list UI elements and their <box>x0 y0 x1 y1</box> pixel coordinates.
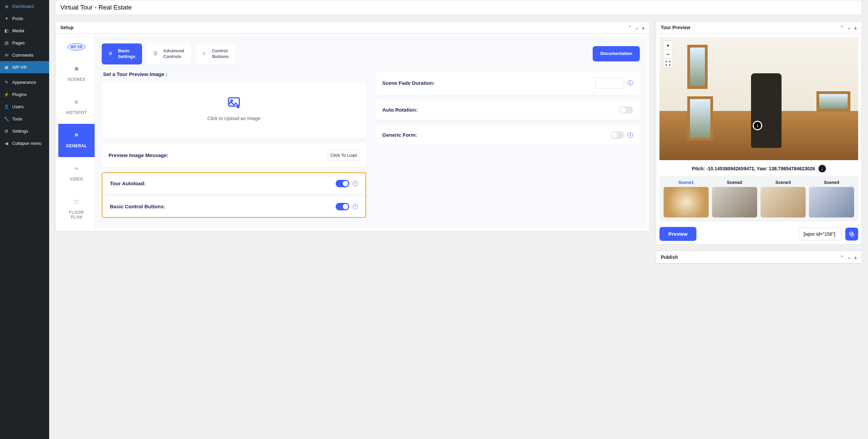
thumbnail-image <box>761 187 806 217</box>
tour-preview-panel: Tour Preview ⌃ ⌄ ▴ <box>656 21 862 245</box>
publish-panel: Publish ⌃ ⌄ ▴ <box>656 251 862 264</box>
scene-thumb-4[interactable]: Scene4 <box>809 180 854 217</box>
preview-panel-title: Tour Preview <box>661 25 690 30</box>
adjust-icon: ≡ <box>202 51 209 57</box>
download-coords-button[interactable]: ↓ <box>818 165 826 172</box>
upload-preview-image[interactable]: Click to Upload an Image <box>102 82 366 138</box>
autoload-row: Tour Autoload: i <box>103 174 365 193</box>
panorama-viewport[interactable]: i + − ⛶ <box>659 37 858 160</box>
preview-button[interactable]: Preview <box>659 227 696 241</box>
caret-down-icon[interactable]: ⌄ <box>847 255 851 260</box>
sidebar-item-comments[interactable]: ✉Comments <box>0 49 49 61</box>
thumbnail-image <box>712 187 757 217</box>
scene-thumb-2[interactable]: Scene2 <box>712 180 757 217</box>
autorotation-toggle[interactable] <box>619 106 633 114</box>
sidebar-item-pages[interactable]: ▤Pages <box>0 37 49 49</box>
sidebar-item-media[interactable]: ◧Media <box>0 24 49 37</box>
sidebar-item-label: Collapse menu <box>12 141 42 146</box>
info-icon[interactable]: i <box>353 181 358 186</box>
preview-panel-header: Tour Preview ⌃ ⌄ ▴ <box>656 21 862 34</box>
zoom-in-button[interactable]: + <box>663 41 673 50</box>
pitch-text: Pitch: -10.145380942659472, Yaw: 138.798… <box>692 166 815 171</box>
sidebar-item-tools[interactable]: 🔧Tools <box>0 113 49 125</box>
preview-image-heading: Set a Tour Preview Image : <box>102 71 366 77</box>
gear-icon: ⚙ <box>108 51 115 57</box>
copy-icon <box>849 231 855 237</box>
vr-icon: ▣ <box>3 64 9 70</box>
caret-down-icon[interactable]: ⌄ <box>635 25 639 30</box>
sliders-icon: ☰ <box>154 51 160 57</box>
zoom-out-button[interactable]: − <box>663 50 673 59</box>
sidebar-item-collapse[interactable]: ◀Collapse menu <box>0 137 49 149</box>
fade-duration-input[interactable] <box>595 77 624 89</box>
video-icon: ▭ <box>73 166 80 173</box>
sidebar-item-label: Plugins <box>12 92 27 97</box>
sidebar-item-settings[interactable]: ⚙Settings <box>0 125 49 137</box>
pitch-yaw-readout: Pitch: -10.145380942659472, Yaw: 138.798… <box>659 160 858 176</box>
sidebar-item-wpvr[interactable]: ▣WP VR <box>0 61 49 73</box>
autoload-toggle[interactable] <box>336 180 349 187</box>
generic-form-toggle[interactable] <box>611 131 624 139</box>
fade-duration-label: Scene Fade Duration: <box>382 80 435 86</box>
publish-panel-header: Publish ⌃ ⌄ ▴ <box>656 251 862 264</box>
main-content: Setup ⌃ ⌄ ▴ WP VR ▣SCENES ◎HOTSPOT ⚙GENE… <box>49 0 868 439</box>
tour-title-input[interactable] <box>55 0 862 15</box>
tab-scenes[interactable]: ▣SCENES <box>58 57 95 91</box>
sidebar-item-label: Dashboard <box>12 4 34 9</box>
preview-message-input[interactable]: Click To Load <box>328 150 359 161</box>
copy-shortcode-button[interactable] <box>845 228 858 241</box>
tab-video[interactable]: ▭VIDEO <box>58 157 95 190</box>
preview-message-row: Preview Image Message: Click To Load <box>102 144 366 167</box>
brush-icon: ✎ <box>3 79 9 85</box>
info-icon[interactable]: i <box>628 80 633 85</box>
triangle-up-icon[interactable]: ▴ <box>854 25 857 30</box>
collapse-icon: ◀ <box>3 140 9 146</box>
documentation-button[interactable]: Documentation <box>593 46 640 61</box>
basic-controls-toggle[interactable] <box>336 203 349 210</box>
setup-panel-title: Setup <box>60 25 74 30</box>
wpvr-logo: WP VR <box>67 43 85 51</box>
tab-general[interactable]: ⚙GENERAL <box>58 124 95 157</box>
triangle-up-icon[interactable]: ▴ <box>642 25 645 30</box>
htab-control-buttons[interactable]: ≡ControlButtons <box>196 43 235 64</box>
setup-content: ⚙BasicSettings ☰AdvancedControls ≡Contro… <box>95 37 647 228</box>
tools-icon: 🔧 <box>3 116 9 122</box>
publish-panel-title: Publish <box>661 254 678 260</box>
scene-thumb-3[interactable]: Scene3 <box>761 180 806 217</box>
htab-advanced-controls[interactable]: ☰AdvancedControls <box>147 43 191 64</box>
highlighted-settings: Tour Autoload: i Basic Cont <box>102 172 366 218</box>
thumbnail-image <box>664 187 709 217</box>
sidebar-item-label: Pages <box>12 40 25 45</box>
scene-thumbnails: Scene1 Scene2 Scene3 Scene4 <box>659 176 858 222</box>
info-icon[interactable]: i <box>628 132 633 138</box>
autoload-label: Tour Autoload: <box>110 180 146 186</box>
basic-controls-row: Basic Control Buttons: i <box>103 197 365 216</box>
setup-vertical-tabs: WP VR ▣SCENES ◎HOTSPOT ⚙GENERAL ▭VIDEO ⬚… <box>58 37 95 228</box>
caret-up-icon[interactable]: ⌃ <box>840 25 844 30</box>
triangle-up-icon[interactable]: ▴ <box>854 255 857 260</box>
fade-duration-row: Scene Fade Duration: i <box>376 71 640 95</box>
setup-panel-header: Setup ⌃ ⌄ ▴ <box>56 21 649 34</box>
caret-up-icon[interactable]: ⌃ <box>628 25 632 30</box>
setup-horizontal-tabs: ⚙BasicSettings ☰AdvancedControls ≡Contro… <box>102 43 640 64</box>
sidebar-item-dashboard[interactable]: ◉Dashboard <box>0 0 49 12</box>
thumbnail-image <box>809 187 854 217</box>
caret-down-icon[interactable]: ⌄ <box>847 25 851 30</box>
htab-basic-settings[interactable]: ⚙BasicSettings <box>102 43 142 64</box>
sidebar-item-label: Appearance <box>12 80 36 85</box>
sidebar-item-label: Users <box>12 104 24 109</box>
scene-thumb-1[interactable]: Scene1 <box>664 180 709 217</box>
tab-hotspot[interactable]: ◎HOTSPOT <box>58 91 95 124</box>
caret-up-icon[interactable]: ⌃ <box>840 255 844 260</box>
info-icon[interactable]: i <box>353 204 358 209</box>
shortcode-input[interactable] <box>798 228 842 241</box>
wp-admin-sidebar: ◉Dashboard ✦Posts ◧Media ▤Pages ✉Comment… <box>0 0 49 439</box>
sidebar-item-posts[interactable]: ✦Posts <box>0 12 49 24</box>
sidebar-item-plugins[interactable]: ⚡Plugins <box>0 88 49 100</box>
sidebar-item-users[interactable]: 👤Users <box>0 100 49 113</box>
sidebar-item-label: Settings <box>12 129 28 134</box>
autorotation-row: Auto Rotation: <box>376 100 640 120</box>
fullscreen-button[interactable]: ⛶ <box>663 59 673 68</box>
sidebar-item-appearance[interactable]: ✎Appearance <box>0 76 49 88</box>
tab-floorplan[interactable]: ⬚FLOORPLAN <box>58 190 95 228</box>
